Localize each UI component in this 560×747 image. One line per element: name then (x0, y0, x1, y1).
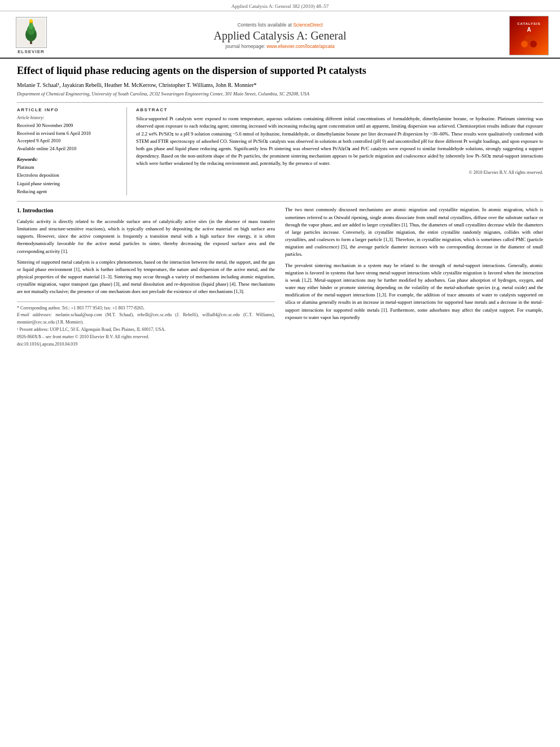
intro-paragraph-1: Catalytic activity is directly related t… (17, 218, 275, 255)
article-info-column: ARTICLE INFO Article history: Received 3… (17, 107, 127, 195)
keyword-electroless: Electroless deposition (17, 171, 120, 179)
journal-title: Applied Catalysis A: General (56, 29, 504, 42)
page: Applied Catalysis A: General 382 (2010) … (0, 0, 560, 747)
received-revised-date: Received in revised form 6 April 2010 (17, 130, 120, 138)
sciencedirect-link[interactable]: ScienceDirect (293, 22, 322, 28)
journal-homepage: journal homepage: www.elsevier.com/locat… (56, 43, 504, 49)
present-address-note: ¹ Present address: UOP LLC, 50 E. Algonq… (17, 326, 275, 334)
email-note: E-mail addresses: melanie.schaal@uop.com… (17, 312, 275, 326)
homepage-url[interactable]: www.elsevier.com/locate/apcata (266, 43, 334, 49)
corresponding-note: * Corresponding author. Tel.: +1 803 777… (17, 305, 275, 312)
affiliation: Department of Chemical Engineering, Univ… (17, 91, 543, 98)
body-right-column: The two most commonly discussed mechanis… (285, 206, 543, 348)
accepted-date: Accepted 9 April 2010 (17, 137, 120, 145)
body-columns: 1. Introduction Catalytic activity is di… (17, 206, 543, 348)
journal-header: ELSEVIER Contents lists available at Sci… (0, 14, 560, 59)
received-date: Received 30 November 2009 (17, 122, 120, 130)
contents-available: Contents lists available at ScienceDirec… (56, 22, 504, 28)
keywords-label: Keywords: (17, 156, 120, 162)
article-info-abstract: ARTICLE INFO Article history: Received 3… (17, 102, 543, 195)
journal-center: Contents lists available at ScienceDirec… (51, 22, 509, 49)
email-addresses: melanie.schaal@uop.com (M.T. Schaal), re… (17, 312, 275, 325)
doi-note: doi:10.1016/j.apcata.2010.04.019 (17, 341, 275, 348)
svg-point-4 (29, 23, 33, 29)
elsevier-tree-icon (17, 19, 45, 47)
abstract-label: ABSTRACT (136, 107, 543, 112)
footer-notes: * Corresponding author. Tel.: +1 803 777… (17, 302, 275, 348)
body-divider (17, 201, 543, 202)
journal-reference: Applied Catalysis A: General 382 (2010) … (0, 0, 560, 11)
copyright-text: © 2010 Elsevier B.V. All rights reserved… (136, 170, 543, 175)
available-online-date: Available online 24 April 2010 (17, 145, 120, 153)
elsevier-text: ELSEVIER (18, 49, 45, 54)
history-label: Article history: (17, 115, 120, 120)
keyword-platinum: Platinum (17, 163, 120, 171)
introduction-heading: 1. Introduction (17, 206, 275, 215)
catalysis-logo-text: CATALYSIS (517, 22, 541, 25)
journal-ref-text: Applied Catalysis A: General 382 (2010) … (231, 3, 329, 9)
catalysis-logo: CATALYSIS A (509, 16, 549, 55)
body-left-column: 1. Introduction Catalytic activity is di… (17, 206, 275, 348)
catalysis-logo-graphic (518, 33, 540, 50)
article-title: Effect of liquid phase reducing agents o… (17, 64, 543, 77)
keyword-reducing: Reducing agent (17, 187, 120, 195)
abstract-text: Silica-supported Pt catalysts were expos… (136, 115, 543, 167)
right-paragraph-2: The prevalent sintering mechanism in a s… (285, 262, 543, 321)
article-content: Effect of liquid phase reducing agents o… (0, 59, 560, 353)
abstract-column: ABSTRACT Silica-supported Pt catalysts w… (136, 107, 543, 195)
article-info-label: ARTICLE INFO (17, 107, 120, 112)
intro-paragraph-2: Sintering of supported metal catalysts i… (17, 259, 275, 296)
keyword-liquid-phase: Liquid phase sintering (17, 180, 120, 187)
elsevier-logo-box (16, 17, 47, 48)
issn-note: 0926-860X/$ – see front matter © 2010 El… (17, 334, 275, 341)
email-label: E-mail addresses: (17, 312, 52, 317)
right-paragraph-1: The two most commonly discussed mechanis… (285, 206, 543, 258)
elsevier-logo: ELSEVIER (11, 17, 51, 54)
svg-point-6 (29, 19, 33, 23)
svg-point-9 (521, 41, 528, 47)
authors: Melanie T. Schaal¹, Jayakiran Rebelli, H… (17, 81, 543, 89)
svg-point-10 (530, 41, 537, 47)
